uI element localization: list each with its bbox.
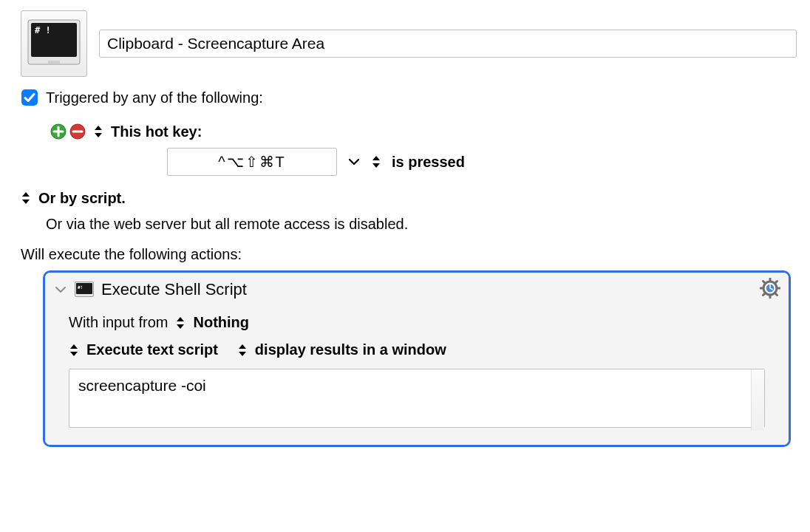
or-script-label: Or by script. — [38, 188, 126, 208]
svg-line-18 — [775, 282, 777, 283]
hotkey-dropdown-button[interactable] — [347, 157, 361, 167]
trigger-enabled-checkbox[interactable] — [21, 89, 38, 106]
hotkey-event-label: is pressed — [392, 154, 465, 171]
svg-rect-3 — [48, 61, 60, 64]
gear-timer-icon — [760, 278, 780, 299]
svg-line-15 — [763, 282, 765, 283]
webserver-note: Or via the web server but all remote acc… — [46, 216, 797, 233]
svg-line-16 — [775, 293, 777, 295]
svg-text:#!: #! — [78, 284, 83, 290]
display-mode-stepper[interactable] — [237, 343, 248, 358]
action-title: Execute Shell Script — [101, 280, 247, 299]
display-mode-label: display results in a window — [255, 341, 446, 358]
or-script-stepper[interactable] — [21, 191, 31, 205]
action-settings-button[interactable] — [759, 277, 781, 299]
remove-trigger-button[interactable] — [69, 123, 86, 140]
action-item[interactable]: #! Execute Shell Script — [43, 270, 791, 447]
macro-icon-button[interactable]: # ! — [21, 10, 87, 77]
hotkey-input[interactable] — [167, 148, 337, 176]
add-trigger-button[interactable] — [50, 123, 67, 140]
shell-script-textarea[interactable] — [69, 369, 765, 428]
action-disclosure-button[interactable] — [54, 284, 67, 295]
action-body: With input from Nothing Execute text scr… — [45, 302, 789, 445]
input-from-prefix: With input from — [69, 314, 168, 331]
execute-mode-label: Execute text script — [86, 341, 218, 358]
trigger-enabled-label: Triggered by any of the following: — [46, 87, 263, 108]
or-by-script-row: Or by script. — [21, 188, 797, 208]
trigger-enabled-row: Triggered by any of the following: — [21, 87, 797, 108]
hotkey-event-stepper[interactable] — [371, 154, 381, 169]
svg-text:# !: # ! — [35, 25, 51, 35]
actions-section-label: Will execute the following actions: — [21, 246, 797, 263]
trigger-type-stepper[interactable] — [93, 124, 103, 139]
input-from-value: Nothing — [193, 314, 249, 331]
small-terminal-icon: #! — [75, 282, 94, 298]
action-header: #! Execute Shell Script — [45, 273, 789, 302]
execute-mode-stepper[interactable] — [69, 343, 79, 358]
hotkey-trigger-row: This hot key: — [50, 121, 797, 142]
action-mode-line: Execute text script display results in a… — [69, 341, 765, 358]
terminal-icon: # ! — [27, 19, 81, 68]
macro-header: # ! — [21, 10, 797, 77]
input-from-stepper[interactable] — [175, 316, 186, 330]
macro-title-input[interactable] — [99, 30, 797, 58]
svg-line-17 — [763, 293, 765, 295]
hotkey-trigger-label: This hot key: — [111, 121, 202, 142]
action-input-line: With input from Nothing — [69, 314, 765, 331]
hotkey-config-row: is pressed — [167, 148, 797, 176]
